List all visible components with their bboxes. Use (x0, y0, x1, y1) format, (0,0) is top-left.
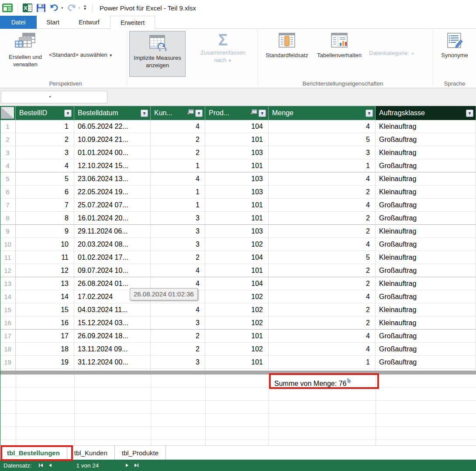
cell-bestelldatum[interactable]: 26.09.2024 18... (74, 330, 151, 343)
cell-kun[interactable]: 3 (151, 225, 205, 238)
cell-prod[interactable]: 101 (205, 264, 269, 277)
cell-prod[interactable]: 102 (205, 303, 269, 316)
last-record-button[interactable] (134, 463, 139, 468)
filter-dropdown-icon[interactable]: ▼ (64, 110, 72, 117)
cell-kun[interactable]: 2 (151, 146, 205, 159)
cell-prod[interactable]: 104 (205, 120, 269, 133)
column-header-bestellid[interactable]: BestellID▼ (16, 106, 74, 120)
cell-menge[interactable]: 2 (269, 303, 376, 316)
cell-bestellid[interactable]: 12 (16, 264, 74, 277)
filter-dropdown-icon[interactable]: ▼ (141, 110, 148, 117)
select-perspective-dropdown[interactable]: <Standard> auswählen ▼ (49, 52, 113, 58)
create-and-manage-button[interactable]: Erstellen und verwalten (3, 32, 47, 69)
cell-prod[interactable]: 103 (205, 186, 269, 199)
row-number[interactable]: 6 (0, 186, 16, 199)
cell-auftragsklasse[interactable]: Großauftrag (376, 330, 476, 343)
row-number[interactable]: 14 (0, 290, 16, 303)
cell-auftragsklasse[interactable]: Großauftrag (376, 356, 476, 369)
cell-bestelldatum[interactable]: 20.03.2024 08... (74, 238, 151, 251)
row-number[interactable]: 19 (0, 356, 16, 369)
cell-kun[interactable]: 3 (151, 316, 205, 330)
cell-menge[interactable]: 2 (269, 212, 376, 225)
synonyms-button[interactable]: Synonyme (436, 32, 473, 59)
cell-bestellid[interactable]: 8 (16, 212, 74, 225)
cell-prod[interactable]: 101 (205, 199, 269, 212)
cell-menge[interactable]: 5 (269, 251, 376, 264)
cell-bestellid[interactable]: 5 (16, 172, 74, 186)
cell-bestelldatum[interactable]: 10.09.2024 21... (74, 133, 151, 146)
cell-menge[interactable]: 5 (269, 133, 376, 146)
filter-dropdown-icon[interactable]: ▼ (366, 110, 373, 117)
row-number[interactable]: 1 (0, 120, 16, 133)
cell-bestellid[interactable]: 6 (16, 186, 74, 199)
cell-bestellid[interactable]: 2 (16, 133, 74, 146)
tab-erweitert[interactable]: Erweitert (110, 16, 155, 29)
cell-kun[interactable]: 1 (151, 199, 205, 212)
default-field-set-button[interactable]: Standardfeldsatz (261, 32, 313, 59)
cell-menge[interactable]: 1 (269, 159, 376, 172)
row-number[interactable]: 12 (0, 264, 16, 277)
customize-quick-access-icon[interactable]: ▾ (84, 6, 86, 10)
row-number[interactable]: 18 (0, 343, 16, 356)
cell-prod[interactable]: 101 (205, 212, 269, 225)
cell-bestellid[interactable]: 3 (16, 146, 74, 159)
cell-auftragsklasse[interactable]: Großauftrag (376, 264, 476, 277)
cell-auftragsklasse[interactable]: Großauftrag (376, 212, 476, 225)
cell-auftragsklasse[interactable]: Großauftrag (376, 159, 476, 172)
cell-bestelldatum[interactable]: 01.01.2024 00... (74, 146, 151, 159)
row-number[interactable]: 16 (0, 316, 16, 330)
cell-bestellid[interactable]: 7 (16, 199, 74, 212)
cell-menge[interactable]: 4 (269, 172, 376, 186)
cell-bestellid[interactable]: 4 (16, 159, 74, 172)
cell-auftragsklasse[interactable]: Großauftrag (376, 343, 476, 356)
cell-prod[interactable]: 104 (205, 251, 269, 264)
cell-menge[interactable]: 3 (269, 146, 376, 159)
cell-menge[interactable]: 2 (269, 186, 376, 199)
column-header-auftragsklasse[interactable]: Auftragsklasse▼ (376, 106, 476, 120)
cell-bestelldatum[interactable]: 31.12.2024 00... (74, 356, 151, 369)
cell-kun[interactable]: 2 (151, 343, 205, 356)
filter-dropdown-icon[interactable]: ▼ (466, 110, 473, 117)
table-behavior-button[interactable]: Tabellenverhalten (313, 32, 366, 59)
save-icon[interactable] (36, 3, 46, 13)
formula-input[interactable] (1, 91, 107, 103)
cell-menge[interactable]: 4 (269, 199, 376, 212)
cell-auftragsklasse[interactable]: Kleinauftrag (376, 120, 476, 133)
cell-auftragsklasse[interactable]: Kleinauftrag (376, 303, 476, 316)
previous-record-button[interactable] (48, 463, 52, 468)
cell-kun[interactable]: 4 (151, 172, 205, 186)
cell-auftragsklasse[interactable]: Großauftrag (376, 290, 476, 303)
undo-icon[interactable] (49, 4, 59, 12)
row-number[interactable]: 8 (0, 212, 16, 225)
column-header-prod[interactable]: Prod...▼ (205, 106, 269, 120)
cell-bestellid[interactable]: 1 (16, 120, 74, 133)
cell-menge[interactable]: 2 (269, 225, 376, 238)
redo-icon[interactable] (67, 4, 76, 12)
cell-kun[interactable]: 4 (151, 264, 205, 277)
cell-menge[interactable]: 4 (269, 120, 376, 133)
cell-bestellid[interactable]: 14 (16, 290, 74, 303)
cell-bestellid[interactable]: 15 (16, 303, 74, 316)
next-record-button[interactable] (125, 463, 129, 468)
cell-kun[interactable]: 1 (151, 159, 205, 172)
sheet-tab-tbl_produkte[interactable]: tbl_Produkte (115, 446, 166, 460)
cell-prod[interactable]: 102 (205, 290, 269, 303)
cell-bestellid[interactable]: 9 (16, 225, 74, 238)
cell-menge[interactable]: 4 (269, 330, 376, 343)
cell-prod[interactable]: 101 (205, 330, 269, 343)
cell-bestelldatum[interactable]: 16.01.2024 20... (74, 212, 151, 225)
show-implicit-measures-button[interactable]: Implizite Measures anzeigen (129, 31, 186, 77)
column-header-kun[interactable]: Kun...▼ (151, 106, 205, 120)
cell-bestelldatum[interactable]: 22.05.2024 19... (74, 186, 151, 199)
cell-kun[interactable]: 2 (151, 330, 205, 343)
cell-bestelldatum[interactable]: 04.03.2024 11... (74, 303, 151, 316)
cell-prod[interactable]: 104 (205, 277, 269, 290)
cell-auftragsklasse[interactable]: Kleinauftrag (376, 277, 476, 290)
select-all-corner[interactable] (0, 106, 16, 120)
filter-dropdown-icon[interactable]: ▼ (195, 110, 203, 117)
measure-grid-splitter[interactable] (0, 371, 476, 375)
undo-dropdown-icon[interactable]: ▾ (61, 6, 63, 10)
cell-bestellid[interactable]: 10 (16, 238, 74, 251)
row-number[interactable]: 4 (0, 159, 16, 172)
tab-entwurf[interactable]: Entwurf (72, 16, 107, 29)
